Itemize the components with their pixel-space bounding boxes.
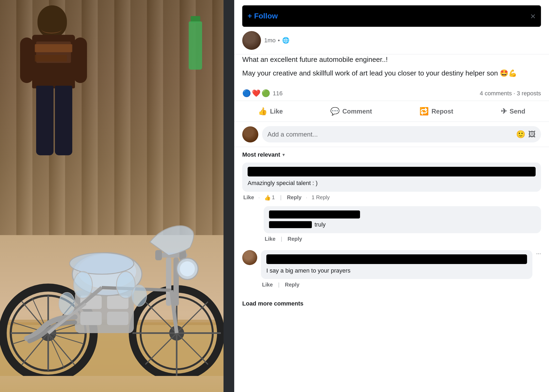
comment-placeholder: Add a comment... [267,131,513,138]
comment-reply-btn-1[interactable]: Reply [287,194,301,201]
comment-thumb-1: 👍 1 [264,194,275,201]
reaction-emoji-2: ❤️ [252,89,260,97]
sort-arrow-icon: ▾ [282,152,285,158]
follow-button[interactable]: + Follow [248,12,278,20]
action-row: 👍 Like 💬 Comment 🔁 Repost ✈ Send [234,101,549,122]
comment-author-redacted-2 [266,254,527,264]
image-icon[interactable]: 🖼 [528,130,536,139]
emoji-icon[interactable]: 🙂 [516,130,525,139]
panel-divider [224,0,234,392]
comment-row-2: I say a big amen to your prayers Like | … [242,250,541,291]
reactions-row: 🔵 ❤️ 🟢 116 4 comments · 3 reposts [234,86,549,101]
comment-like-btn-2[interactable]: Like [262,282,273,288]
comment-avatar-2 [242,250,257,265]
like-button[interactable]: 👍 Like [253,103,288,119]
post-text-line2: May your creative and skillfull work of … [242,68,541,78]
send-label: Send [510,108,525,115]
reaction-emoji-3: 🟢 [262,89,270,97]
svg-rect-27 [155,250,162,260]
svg-rect-23 [107,312,128,325]
svg-point-37 [180,261,195,276]
reply-bubble-1: truly [264,206,541,233]
post-text-line1: What an excellent future automobile engi… [242,54,541,65]
reply-inline-1: truly [269,221,536,229]
comment-item: Amazingly special talent : ) Like · 👍 1 … [242,163,541,245]
content-panel: + Follow × 1mo • 🌐 What an excellent fut… [234,0,549,392]
reaction-count: 116 [273,90,283,97]
reply-author-redacted-1 [269,210,360,218]
reply-inline-name-1 [269,221,312,228]
author-avatar[interactable] [242,31,261,50]
comment-actions-2: Like | Reply [261,279,532,291]
svg-rect-22 [80,312,102,325]
svg-point-40 [59,292,75,315]
post-time: 1mo • 🌐 [264,37,289,44]
reply-reply-btn-1[interactable]: Reply [287,236,302,242]
thumb-up-icon-1: 👍 [264,194,271,201]
comment-author-redacted-1 [248,167,536,176]
like-label: Like [270,108,283,115]
repost-icon: 🔁 [419,107,429,116]
meta-separator: • [278,37,280,44]
profile-banner: + Follow × [242,5,541,27]
comment-input-box[interactable]: Add a comment... 🙂 🖼 [262,126,541,142]
comment-like-btn-1[interactable]: Like [243,194,254,201]
comment-label: Comment [342,108,372,115]
sort-label: Most relevant [242,151,280,158]
post-timestamp: 1mo [264,37,276,44]
repost-button[interactable]: 🔁 Repost [414,103,459,119]
comment-bubble-1: Amazingly special talent : ) [242,163,541,192]
comment-reply-btn-2[interactable]: Reply [285,282,299,288]
send-button[interactable]: ✈ Send [495,103,531,119]
comment-text-2: I say a big amen to your prayers [266,267,527,275]
post-stats: 4 comments · 3 reposts [480,90,541,97]
load-more-button[interactable]: Load more comments [234,296,312,311]
photo-panel [0,0,224,392]
comment-button[interactable]: 💬 Comment [325,103,377,119]
reply-text-1: truly [315,221,326,229]
reaction-emoji-1: 🔵 [242,89,251,97]
reply-actions-1: Like | Reply [264,233,541,245]
comment-icon: 💬 [330,107,340,116]
reply-like-btn-1[interactable]: Like [265,236,275,242]
close-button[interactable]: × [530,11,536,21]
post-header: + Follow × 1mo • 🌐 [234,0,549,54]
comment-replies-label-1[interactable]: 1 Reply [312,194,330,201]
nested-reply-1: truly Like | Reply [264,206,541,245]
plus-icon: + Follow [248,12,278,20]
thumb-count-1: 1 [272,194,275,201]
globe-icon: 🌐 [282,37,289,44]
comment-bubble-2: I say a big amen to your prayers [261,250,532,279]
comment-item-2: I say a big amen to your prayers Like | … [242,250,541,291]
more-options-2[interactable]: ··· [536,250,541,291]
comment-input-area: Add a comment... 🙂 🖼 [234,122,549,147]
repost-label: Repost [431,108,453,115]
like-icon: 👍 [258,107,267,116]
commenter-avatar [242,126,258,142]
svg-point-31 [70,253,134,274]
post-meta: 1mo • 🌐 [242,31,541,50]
reaction-icons[interactable]: 🔵 ❤️ 🟢 116 [242,89,283,97]
comment-actions-1: Like · 👍 1 | Reply · 1 Reply [242,192,541,203]
svg-point-38 [74,272,92,298]
post-text: What an excellent future automobile engi… [234,54,549,86]
sort-row[interactable]: Most relevant ▾ [234,147,549,163]
comment-text-1: Amazingly special talent : ) [248,179,536,187]
send-icon: ✈ [501,107,507,116]
comments-section: Amazingly special talent : ) Like · 👍 1 … [234,163,549,291]
svg-point-41 [132,285,147,306]
